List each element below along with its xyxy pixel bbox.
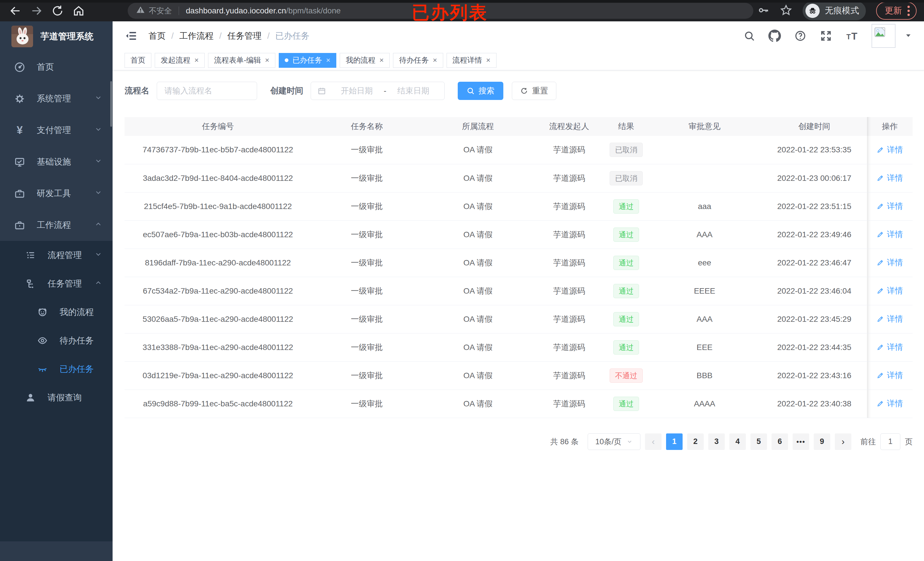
col-task-id: 任务编号: [124, 117, 311, 136]
tab-process-detail[interactable]: 流程详情×: [447, 53, 496, 68]
chevron-down-icon: [94, 94, 102, 104]
tab-process-form-edit[interactable]: 流程表单-编辑×: [208, 53, 275, 68]
sidebar-item-workflow[interactable]: 工作流程: [0, 209, 112, 241]
col-starter: 流程发起人: [534, 117, 605, 136]
search-button[interactable]: 搜索: [458, 82, 503, 100]
avatar[interactable]: [872, 24, 896, 48]
app-logo: [11, 25, 33, 47]
status-badge: 通过: [614, 312, 639, 326]
start-date-placeholder[interactable]: 开始日期: [332, 85, 381, 96]
chevron-down-icon: [94, 250, 102, 260]
password-key-icon[interactable]: [758, 4, 770, 17]
close-icon[interactable]: ×: [433, 56, 437, 64]
col-actions: 操作: [867, 117, 913, 136]
sidebar-item-label: 首页: [37, 61, 54, 73]
update-button[interactable]: 更新: [876, 2, 916, 19]
process-name-input[interactable]: [157, 82, 257, 100]
table-row: a59c9d88-7b99-11ec-ba5c-acde48001122一级审批…: [124, 390, 913, 418]
sidebar-item-leave-query[interactable]: 请假查询: [0, 383, 112, 412]
detail-button[interactable]: 详情: [877, 370, 903, 381]
detail-button[interactable]: 详情: [877, 398, 903, 409]
tab-done-tasks[interactable]: 已办任务×: [279, 53, 336, 68]
font-size-icon[interactable]: TT: [845, 29, 858, 42]
browser-menu-icon[interactable]: [908, 6, 910, 16]
detail-button[interactable]: 详情: [877, 144, 903, 155]
tab-home[interactable]: 首页: [124, 53, 152, 68]
end-date-placeholder[interactable]: 结束日期: [389, 85, 438, 96]
app-logo-row[interactable]: 芋道管理系统: [0, 21, 112, 51]
tab-todo-tasks[interactable]: 待办任务×: [393, 53, 443, 68]
tab-start-process[interactable]: 发起流程×: [155, 53, 205, 68]
update-label[interactable]: 更新: [885, 5, 902, 16]
annotation-done-list: 已办列表: [412, 1, 488, 24]
incognito-badge: 无痕模式: [802, 1, 866, 20]
page-button-2[interactable]: 2: [687, 434, 704, 450]
more-pages-button[interactable]: •••: [793, 434, 809, 450]
browser-back-icon[interactable]: [9, 4, 22, 17]
help-icon[interactable]: [794, 30, 807, 42]
col-result: 结果: [605, 117, 648, 136]
next-page-button[interactable]: ›: [835, 434, 851, 450]
tab-my-process[interactable]: 我的流程×: [340, 53, 390, 68]
chevron-up-icon: [94, 279, 102, 289]
detail-button[interactable]: 详情: [877, 257, 903, 268]
page-button-5[interactable]: 5: [750, 434, 767, 450]
sidebar-item-label: 研发工具: [37, 188, 71, 199]
not-secure-label[interactable]: 不安全: [149, 6, 172, 16]
fullscreen-icon[interactable]: [820, 30, 832, 42]
menu-fold-icon[interactable]: [124, 29, 138, 42]
sidebar-item-done-tasks[interactable]: 已办任务: [0, 355, 112, 383]
sidebar-item-home[interactable]: 首页: [0, 51, 112, 83]
search-icon[interactable]: [743, 30, 755, 42]
sidebar-item-devtools[interactable]: 研发工具: [0, 178, 112, 209]
breadcrumb-home[interactable]: 首页: [148, 30, 166, 42]
detail-button[interactable]: 详情: [877, 314, 903, 325]
page-button-6[interactable]: 6: [771, 434, 788, 450]
sidebar-scrollbar[interactable]: [110, 81, 112, 127]
breadcrumb-task-management[interactable]: 任务管理: [227, 30, 262, 42]
col-flow: 所属流程: [422, 117, 534, 136]
browser-forward-icon[interactable]: [30, 4, 43, 17]
detail-button[interactable]: 详情: [877, 285, 903, 296]
close-icon[interactable]: ×: [194, 56, 199, 64]
close-icon[interactable]: ×: [265, 56, 269, 64]
sidebar-item-label: 待办任务: [60, 335, 94, 347]
detail-button[interactable]: 详情: [877, 172, 903, 183]
reset-button[interactable]: 重置: [512, 82, 556, 100]
yen-icon: ¥: [14, 124, 26, 136]
process-name-label: 流程名: [124, 85, 149, 97]
status-badge: 通过: [614, 340, 639, 355]
status-badge: 已取消: [610, 171, 643, 186]
user-icon: [24, 392, 37, 403]
gear-icon: [14, 93, 26, 105]
sidebar-item-payment[interactable]: ¥ 支付管理: [0, 114, 112, 146]
close-icon[interactable]: ×: [326, 56, 330, 64]
page-button-3[interactable]: 3: [708, 434, 725, 450]
table-row: ec507ae6-7b9a-11ec-b03b-acde48001122一级审批…: [124, 220, 913, 248]
goto-page-input[interactable]: [880, 434, 900, 450]
status-badge: 通过: [614, 284, 639, 298]
sidebar-item-my-process[interactable]: 我的流程: [0, 298, 112, 326]
page-button-9[interactable]: 9: [814, 434, 830, 450]
bookmark-star-icon[interactable]: [780, 4, 792, 18]
page-button-4[interactable]: 4: [729, 434, 746, 450]
sidebar-item-todo-tasks[interactable]: 待办任务: [0, 326, 112, 355]
github-icon[interactable]: [768, 30, 781, 42]
sidebar-item-task-management[interactable]: 任务管理: [0, 269, 112, 298]
sidebar-item-system[interactable]: 系统管理: [0, 83, 112, 114]
page-button-1[interactable]: 1: [666, 434, 682, 450]
browser-home-icon[interactable]: [72, 4, 85, 17]
sidebar-item-process-management[interactable]: 流程管理: [0, 241, 112, 269]
close-icon[interactable]: ×: [486, 56, 490, 64]
breadcrumb-workflow[interactable]: 工作流程: [179, 30, 213, 42]
sidebar-item-infrastructure[interactable]: 基础设施: [0, 146, 112, 178]
browser-reload-icon[interactable]: [51, 4, 64, 17]
detail-button[interactable]: 详情: [877, 229, 903, 240]
page-size-select[interactable]: 10条/页: [588, 434, 640, 450]
close-icon[interactable]: ×: [380, 56, 384, 64]
caret-down-icon[interactable]: [904, 31, 912, 40]
date-range-picker[interactable]: 开始日期 - 结束日期: [310, 82, 445, 100]
detail-button[interactable]: 详情: [877, 342, 903, 353]
detail-button[interactable]: 详情: [877, 201, 903, 212]
prev-page-button[interactable]: ‹: [645, 434, 662, 450]
